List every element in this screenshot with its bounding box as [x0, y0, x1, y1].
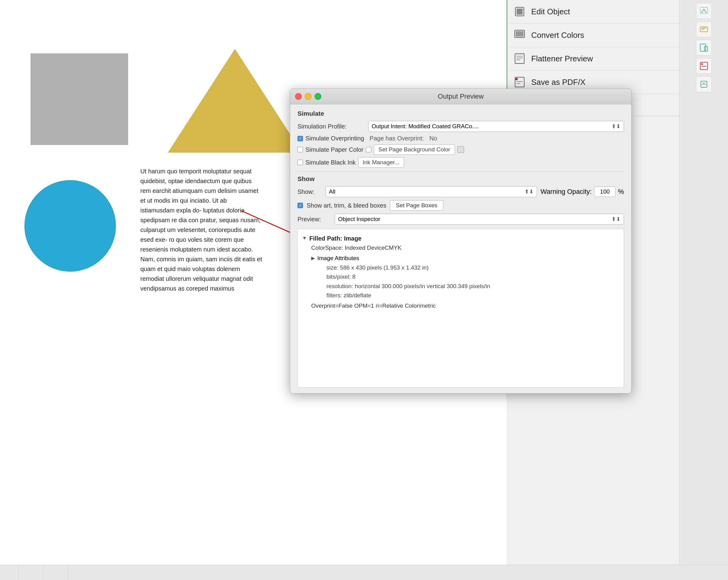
inspector-image-attr-label: Image Attributes: [317, 254, 359, 263]
status-segment-3: [55, 565, 68, 580]
gray-square: [30, 53, 128, 145]
preview-arrow: ⬆⬇: [612, 216, 621, 223]
blue-circle: [24, 180, 116, 272]
menu-item-save-pdf-label: Save as PDF/X: [531, 78, 586, 87]
simulate-black-ink-label: Simulate Black Ink: [306, 159, 356, 166]
page-has-overprint-label: Page has Overprint:: [369, 135, 424, 142]
simulate-overprinting-label: Simulate Overprinting: [306, 135, 364, 142]
simulation-profile-select[interactable]: Output Intent: Modified Coated GRACo....…: [368, 121, 624, 132]
show-arrow: ⬆⬇: [524, 188, 534, 195]
menu-item-convert-colors[interactable]: Convert Colors: [508, 24, 679, 47]
page-has-overprint-value: No: [429, 135, 437, 142]
inspector-resolution: resolution: horizontal 300.000 pixels/in…: [327, 282, 619, 291]
toolbar-btn-5[interactable]: [696, 76, 712, 92]
lorem-text: Ut harum quo temporit moluptatur sequat …: [140, 167, 262, 293]
preview-select[interactable]: Object Inspector ⬆⬇: [335, 214, 624, 225]
dialog-title: Output Preview: [438, 93, 484, 100]
simulation-profile-label: Simulation Profile:: [297, 123, 365, 130]
close-button[interactable]: [295, 93, 302, 100]
set-page-background-checkbox[interactable]: [366, 147, 371, 152]
simulation-profile-arrow: ⬆⬇: [612, 123, 621, 130]
menu-item-flattener-preview-label: Flattener Preview: [531, 54, 593, 64]
simulate-overprinting-checkbox[interactable]: ✓: [297, 136, 303, 141]
dialog-body: Simulate Simulation Profile: Output Inte…: [290, 104, 631, 393]
toolbar-btn-4[interactable]: [696, 58, 712, 74]
svg-point-11: [515, 78, 518, 80]
show-row: Show: All ⬆⬇ Warning Opacity: 100 %: [297, 186, 624, 197]
set-page-boxes-button[interactable]: Set Page Boxes: [390, 200, 443, 211]
svg-rect-6: [515, 54, 524, 64]
background-color-swatch[interactable]: [458, 146, 464, 153]
art-trim-bleed-label: Show art, trim, & bleed boxes: [307, 202, 386, 209]
tree-arrow-image[interactable]: [311, 254, 315, 262]
inspector-title: Filled Path: Image: [309, 233, 362, 243]
status-segment-2: [31, 565, 43, 580]
show-value: All: [329, 188, 335, 195]
right-toolbar: [679, 0, 728, 580]
svg-point-21: [701, 63, 703, 65]
divider-1: [297, 171, 624, 172]
menu-item-edit-object[interactable]: Edit Object: [508, 0, 679, 24]
ink-manager-button[interactable]: Ink Manager...: [358, 157, 404, 168]
simulate-paper-color-label: Simulate Paper Color: [306, 146, 363, 153]
inspector-filters: filters: zlib/deflate: [327, 291, 619, 300]
preview-row: Preview: Object Inspector ⬆⬇: [297, 214, 624, 225]
toolbar-btn-3[interactable]: [696, 40, 712, 55]
svg-rect-22: [701, 66, 706, 67]
flattener-preview-icon: [514, 52, 526, 65]
inspector-area: Filled Path: Image ColorSpace: Indexed D…: [297, 229, 624, 388]
show-select[interactable]: All ⬆⬇: [326, 186, 537, 197]
inspector-size: size: 586 x 430 pixels (1.953 x 1.432 in…: [327, 263, 619, 272]
svg-rect-23: [701, 81, 707, 87]
simulation-profile-value: Output Intent: Modified Coated GRACo....: [372, 123, 479, 130]
toolbar-btn-1[interactable]: [696, 3, 712, 19]
status-bar: [0, 565, 728, 580]
menu-item-convert-colors-label: Convert Colors: [531, 30, 584, 40]
set-page-background-button[interactable]: Set Page Background Color: [374, 144, 455, 155]
warning-opacity-unit: %: [618, 188, 624, 196]
warning-opacity-input[interactable]: 100: [594, 186, 616, 197]
inspector-bits: bits/pixel: 8: [327, 272, 619, 281]
tree-arrow-root[interactable]: [302, 234, 307, 242]
inspector-root-row: Filled Path: Image: [302, 233, 619, 243]
warning-opacity-label: Warning Opacity:: [541, 188, 592, 196]
edit-object-icon: [514, 5, 526, 18]
simulation-profile-row: Simulation Profile: Output Intent: Modif…: [297, 121, 624, 132]
menu-item-edit-object-label: Edit Object: [531, 7, 570, 17]
art-trim-bleed-checkbox[interactable]: ✓: [297, 203, 303, 208]
yellow-triangle: [168, 49, 302, 153]
warning-opacity-group: Warning Opacity: 100 %: [541, 186, 624, 197]
maximize-button[interactable]: [315, 93, 321, 100]
convert-colors-icon: [514, 29, 526, 41]
show-label: Show:: [297, 188, 322, 195]
art-trim-row: ✓ Show art, trim, & bleed boxes Set Page…: [297, 200, 624, 211]
output-preview-dialog: Output Preview Simulate Simulation Profi…: [290, 89, 631, 394]
simulate-black-ink-row: Simulate Black Ink Ink Manager...: [297, 157, 624, 168]
simulate-section-label: Simulate: [297, 110, 624, 117]
simulate-paper-color-checkbox[interactable]: [297, 147, 303, 152]
inspector-overprint: Overprint=False OPM=1 ri=Relative Colori…: [311, 301, 619, 310]
show-section-label: Show: [297, 175, 624, 182]
toolbar-btn-2[interactable]: [696, 21, 712, 37]
simulate-overprinting-row: ✓ Simulate Overprinting Page has Overpri…: [297, 135, 624, 142]
dialog-titlebar: Output Preview: [290, 89, 631, 104]
save-pdf-icon: [514, 76, 526, 88]
minimize-button[interactable]: [305, 93, 312, 100]
svg-rect-5: [516, 31, 524, 36]
status-segment-1: [6, 565, 19, 580]
svg-rect-3: [517, 8, 523, 15]
titlebar-buttons: [295, 93, 321, 100]
preview-label: Preview:: [297, 216, 331, 223]
inspector-colorspace: ColorSpace: Indexed DeviceCMYK: [311, 243, 619, 252]
inspector-image-attr-row: Image Attributes: [311, 254, 619, 263]
menu-item-flattener-preview[interactable]: Flattener Preview: [508, 47, 679, 71]
simulate-black-ink-checkbox[interactable]: [297, 160, 303, 165]
svg-rect-18: [700, 44, 706, 51]
preview-value: Object Inspector: [338, 216, 380, 223]
simulate-paper-color-row: Simulate Paper Color Set Page Background…: [297, 144, 624, 155]
